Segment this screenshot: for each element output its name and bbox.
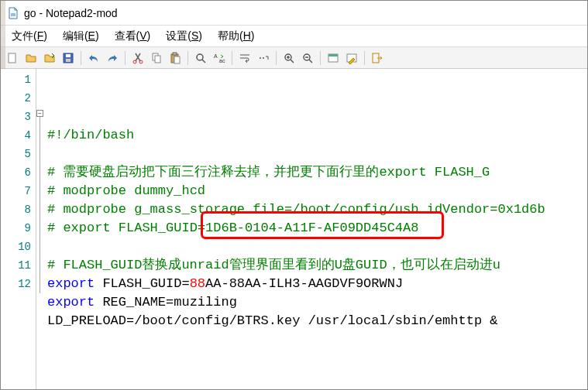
redo-icon[interactable]	[104, 50, 121, 67]
menu-view[interactable]: 查看(V)	[107, 28, 159, 45]
menu-edit[interactable]: 编辑(E)	[55, 28, 107, 45]
open-file-icon[interactable]	[22, 50, 40, 67]
editor-area[interactable]: 123456789101112 − #!/bin/bash # 需要硬盘启动把下…	[1, 69, 587, 389]
code-line[interactable]: #!/bin/bash	[47, 126, 587, 145]
toolbar-separator	[187, 51, 188, 65]
toolbar: Aac	[1, 47, 587, 69]
code-line[interactable]: # modprobe dummy_hcd	[47, 182, 587, 200]
undo-icon[interactable]	[85, 50, 102, 67]
svg-point-14	[260, 57, 261, 59]
svg-point-15	[263, 57, 264, 59]
code-line[interactable]: # 需要硬盘启动把下面三行注释去掉，并把更下面行里的export FLASH_G	[47, 163, 587, 182]
svg-point-11	[197, 54, 203, 60]
svg-rect-0	[9, 53, 15, 63]
code-line[interactable]: # modprobe g_mass_storage file=/boot/con…	[47, 200, 587, 219]
cut-icon[interactable]	[129, 50, 146, 67]
toolbar-separator	[276, 51, 277, 65]
word-wrap-icon[interactable]	[236, 50, 253, 67]
svg-point-4	[133, 60, 136, 63]
title-bar: go - Notepad2-mod	[1, 1, 587, 26]
line-number: 11	[1, 256, 31, 275]
whitespace-icon[interactable]	[255, 50, 272, 67]
toolbar-separator	[364, 51, 365, 65]
toolbar-separator	[81, 51, 81, 65]
svg-rect-7	[155, 56, 160, 63]
code-content[interactable]: #!/bin/bash # 需要硬盘启动把下面三行注释去掉，并把更下面行里的ex…	[36, 69, 587, 389]
line-number: 10	[1, 238, 31, 256]
window-title: go - Notepad2-mod	[24, 7, 118, 19]
menu-file[interactable]: 文件(F)	[4, 28, 55, 45]
code-line[interactable]: export REG_NAME=muziling	[47, 293, 587, 312]
svg-rect-2	[66, 54, 70, 57]
toolbar-separator	[320, 51, 321, 65]
history-icon[interactable]	[41, 50, 58, 67]
code-line[interactable]: LD_PRELOAD=/boot/config/BTRS.key /usr/lo…	[47, 312, 587, 330]
line-number: 3	[1, 108, 31, 126]
svg-rect-19	[328, 54, 338, 56]
code-line[interactable]	[47, 238, 587, 256]
line-number: 7	[1, 182, 31, 200]
menu-help[interactable]: 帮助(H)	[210, 28, 262, 45]
line-number: 6	[1, 163, 31, 182]
svg-point-5	[139, 60, 143, 63]
svg-text:ac: ac	[219, 58, 225, 63]
new-file-icon[interactable]	[4, 50, 21, 67]
code-line[interactable]: export FLASH_GUID=88AA-88AA-ILH3-AAGDVF9…	[47, 275, 587, 293]
customize-icon[interactable]	[343, 50, 360, 67]
app-icon	[7, 7, 19, 19]
line-number: 9	[1, 219, 31, 238]
menu-settings[interactable]: 设置(S)	[158, 28, 210, 45]
svg-rect-9	[173, 53, 177, 55]
svg-rect-10	[174, 56, 180, 63]
zoom-in-icon[interactable]	[280, 50, 297, 67]
line-number-gutter: 123456789101112	[1, 69, 36, 389]
code-line[interactable]	[47, 330, 587, 349]
line-number: 1	[1, 70, 31, 89]
code-line[interactable]: # export FLASH_GUID=1D6B-0104-A11F-AF09D…	[47, 219, 587, 238]
line-number: 2	[1, 89, 31, 108]
svg-rect-3	[66, 59, 70, 62]
line-number: 5	[1, 145, 31, 163]
line-number: 12	[1, 275, 31, 293]
paste-icon[interactable]	[167, 50, 184, 67]
exit-icon[interactable]	[369, 50, 386, 67]
menu-bar: 文件(F) 编辑(E) 查看(V) 设置(S) 帮助(H)	[1, 26, 587, 47]
code-line[interactable]: # FLASH_GUID替换成unraid管理界面里看到的U盘GUID，也可以在…	[47, 256, 587, 275]
save-icon[interactable]	[60, 50, 77, 67]
replace-icon[interactable]: Aac	[211, 50, 228, 67]
toolbar-separator	[125, 51, 126, 65]
copy-icon[interactable]	[148, 50, 165, 67]
svg-text:A: A	[214, 53, 218, 59]
scheme-icon[interactable]	[325, 50, 342, 67]
find-icon[interactable]	[192, 50, 209, 67]
code-line[interactable]	[47, 145, 587, 163]
line-number: 4	[1, 126, 31, 145]
line-number: 8	[1, 200, 31, 219]
toolbar-separator	[232, 51, 232, 65]
zoom-out-icon[interactable]	[299, 50, 316, 67]
